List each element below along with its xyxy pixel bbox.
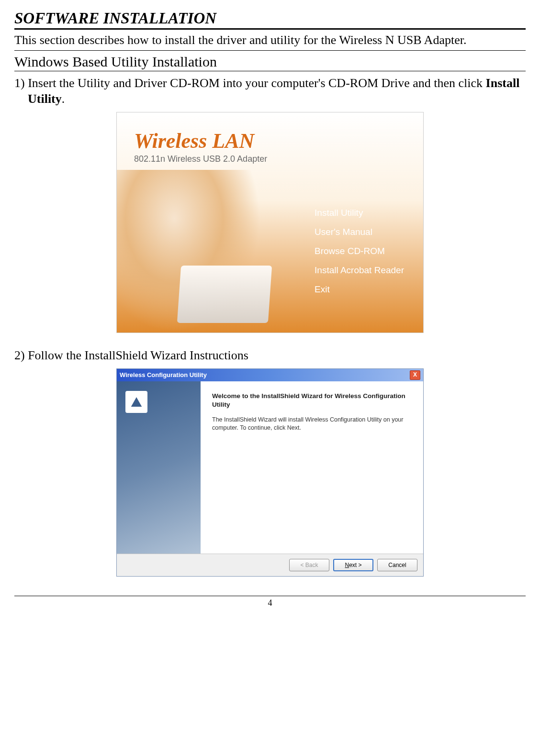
intro-paragraph: This section describes how to install th… bbox=[14, 33, 526, 51]
wizard-body: Welcome to the InstallShield Wizard for … bbox=[117, 381, 423, 554]
installshield-logo-icon bbox=[125, 391, 147, 413]
cd-header: Wireless LAN 802.11n Wireless USB 2.0 Ad… bbox=[117, 112, 423, 164]
cd-autorun-screenshot: Wireless LAN 802.11n Wireless USB 2.0 Ad… bbox=[116, 112, 424, 333]
cd-menu-install-acrobat[interactable]: Install Acrobat Reader bbox=[315, 261, 404, 280]
cd-menu: Install Utility User's Manual Browse CD-… bbox=[315, 203, 404, 299]
wizard-welcome-heading: Welcome to the InstallShield Wizard for … bbox=[212, 392, 412, 409]
wizard-main-panel: Welcome to the InstallShield Wizard for … bbox=[201, 381, 423, 554]
cd-menu-browse-cdrom[interactable]: Browse CD-ROM bbox=[315, 242, 404, 261]
cd-product-subtitle: 802.11n Wireless USB 2.0 Adapter bbox=[134, 154, 423, 164]
step-2: 2) Follow the InstallShield Wizard Instr… bbox=[14, 347, 526, 364]
step-1-text-prefix: 1) Insert the Utility and Driver CD-ROM … bbox=[14, 76, 486, 90]
wizard-sidebar bbox=[117, 381, 201, 554]
wizard-title-text: Wireless Configuration Utility bbox=[120, 369, 207, 381]
next-button[interactable]: Next > bbox=[333, 559, 373, 571]
wizard-titlebar: Wireless Configuration Utility X bbox=[117, 369, 423, 381]
cd-laptop-photo bbox=[177, 266, 272, 323]
cd-menu-install-utility[interactable]: Install Utility bbox=[315, 203, 404, 222]
page-number: 4 bbox=[14, 596, 526, 608]
wizard-description: The InstallShield Wizard will install Wi… bbox=[212, 416, 412, 432]
back-button: < Back bbox=[289, 559, 329, 571]
step-1: 1) Insert the Utility and Driver CD-ROM … bbox=[14, 75, 526, 108]
section-title: SOFTWARE INSTALLATION bbox=[14, 10, 526, 30]
step-1-text-suffix: . bbox=[62, 92, 65, 106]
cd-menu-users-manual[interactable]: User's Manual bbox=[315, 222, 404, 242]
cancel-button[interactable]: Cancel bbox=[377, 559, 417, 571]
installshield-screenshot: Wireless Configuration Utility X Welcome… bbox=[116, 368, 424, 577]
subsection-title: Windows Based Utility Installation bbox=[14, 54, 526, 71]
close-icon[interactable]: X bbox=[410, 370, 420, 380]
wizard-footer: < Back Next > Cancel bbox=[117, 554, 423, 576]
cd-product-title: Wireless LAN bbox=[134, 129, 423, 153]
cd-menu-exit[interactable]: Exit bbox=[315, 280, 404, 299]
